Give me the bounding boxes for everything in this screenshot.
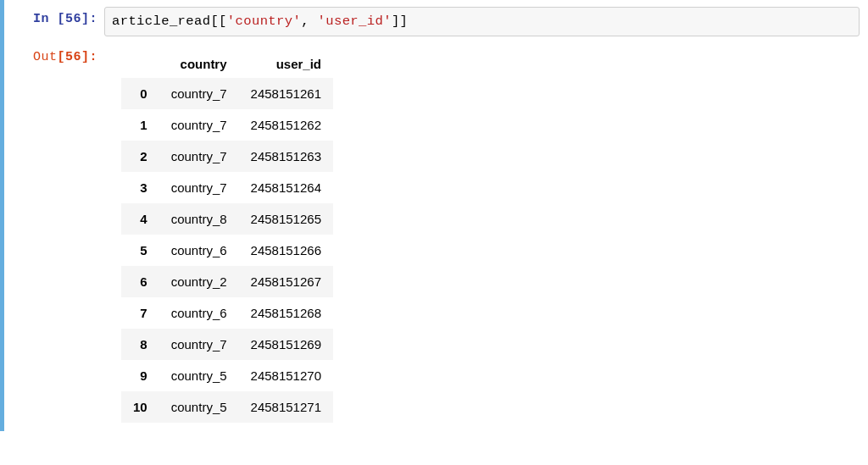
row-index: 4 <box>121 203 159 235</box>
col-header-user_id: user_id <box>239 50 333 78</box>
output-exec-count: 56 <box>65 50 81 64</box>
dataframe: country user_id 0country_724581512611cou… <box>121 50 333 423</box>
colon: : <box>89 12 97 26</box>
table-row: 8country_72458151269 <box>121 329 333 360</box>
header-row: country user_id <box>121 50 333 78</box>
output-row: Out[56]: country user_id 0country_724581… <box>13 45 860 423</box>
cell: country_5 <box>159 360 239 391</box>
input-area[interactable]: article_read[['country', 'user_id']] <box>104 7 860 36</box>
cell: country_5 <box>159 391 239 423</box>
cell: country_7 <box>159 172 239 203</box>
table-row: 6country_22458151267 <box>121 266 333 297</box>
input-prompt: In [56]: <box>13 7 104 26</box>
row-index: 0 <box>121 78 159 109</box>
table-row: 0country_72458151261 <box>121 78 333 109</box>
input-row: In [56]: article_read[['country', 'user_… <box>13 7 860 36</box>
code-cell[interactable]: article_read[['country', 'user_id']] <box>104 7 860 36</box>
col-header-country: country <box>159 50 239 78</box>
row-index: 3 <box>121 172 159 203</box>
cell: country_6 <box>159 297 239 329</box>
input-exec-count: 56 <box>65 12 81 26</box>
table-row: 4country_82458151265 <box>121 203 333 235</box>
cell: country_7 <box>159 109 239 141</box>
bracket-open: [ <box>57 12 65 26</box>
row-index: 2 <box>121 141 159 172</box>
cell: 2458151270 <box>239 360 333 391</box>
output-area: country user_id 0country_724581512611cou… <box>121 45 333 423</box>
input-prompt-word: In <box>33 12 49 26</box>
table-row: 10country_52458151271 <box>121 391 333 423</box>
notebook-cell: In [56]: article_read[['country', 'user_… <box>0 0 868 431</box>
row-index: 1 <box>121 109 159 141</box>
cell: 2458151264 <box>239 172 333 203</box>
row-index: 7 <box>121 297 159 329</box>
bracket-open: [ <box>57 50 65 64</box>
row-index: 5 <box>121 235 159 266</box>
cell: 2458151262 <box>239 109 333 141</box>
cell: 2458151261 <box>239 78 333 109</box>
code-col-1: 'user_id' <box>318 14 392 29</box>
colon: : <box>89 50 97 64</box>
code-col-0: 'country' <box>227 14 301 29</box>
cell: 2458151267 <box>239 266 333 297</box>
table-row: 5country_62458151266 <box>121 235 333 266</box>
code-variable: article_read <box>112 14 210 29</box>
cell: country_2 <box>159 266 239 297</box>
cell: 2458151263 <box>239 141 333 172</box>
cell: 2458151271 <box>239 391 333 423</box>
corner-cell <box>121 50 159 78</box>
table-row: 1country_72458151262 <box>121 109 333 141</box>
table-row: 9country_52458151270 <box>121 360 333 391</box>
table-row: 7country_62458151268 <box>121 297 333 329</box>
cell: country_7 <box>159 329 239 360</box>
cell: 2458151265 <box>239 203 333 235</box>
row-index: 8 <box>121 329 159 360</box>
cell: country_7 <box>159 78 239 109</box>
cell: 2458151268 <box>239 297 333 329</box>
row-index: 6 <box>121 266 159 297</box>
row-index: 10 <box>121 391 159 423</box>
cell: 2458151266 <box>239 235 333 266</box>
cell: country_7 <box>159 141 239 172</box>
table-row: 3country_72458151264 <box>121 172 333 203</box>
output-prompt-word: Out <box>33 50 58 64</box>
table-row: 2country_72458151263 <box>121 141 333 172</box>
row-index: 9 <box>121 360 159 391</box>
cell: country_6 <box>159 235 239 266</box>
output-prompt: Out[56]: <box>13 45 104 64</box>
cell: country_8 <box>159 203 239 235</box>
cell: 2458151269 <box>239 329 333 360</box>
